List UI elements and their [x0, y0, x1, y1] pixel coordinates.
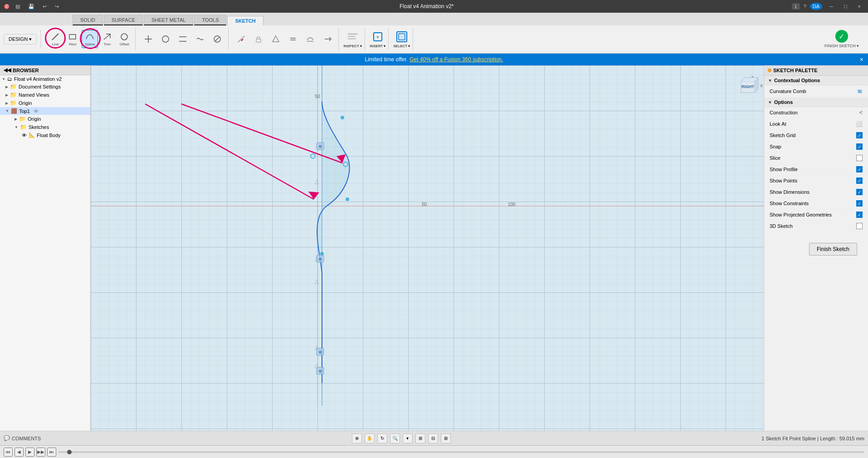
comments-label[interactable]: COMMENTS: [12, 436, 41, 441]
svg-rect-15: [348, 38, 356, 39]
finish-sketch-palette-btn[interactable]: Finish Sketch: [809, 243, 857, 256]
mirror-btn[interactable]: [209, 30, 225, 48]
fillet-btn[interactable]: [175, 30, 191, 48]
browser-item-doc-settings[interactable]: ▶ 📁 Document Settings: [0, 83, 90, 91]
browser-item-root[interactable]: ▼ 🗂 Float v4 Animation v2: [0, 75, 90, 83]
construction-icon[interactable]: <: [859, 109, 863, 116]
fix-btn[interactable]: [319, 30, 336, 48]
finish-sketch-btn[interactable]: ✓ FINISH SKETCH ▾: [819, 28, 864, 50]
right-panel: SKETCH PALETTE ▼ Contextual Options Curv…: [764, 65, 868, 431]
trim-btn[interactable]: [192, 30, 208, 48]
pan-btn[interactable]: ✋: [365, 433, 375, 443]
file-menu[interactable]: ▤: [13, 3, 23, 10]
rectangle-tool-btn[interactable]: Rect: [64, 30, 81, 48]
3d-sketch-checkbox[interactable]: [856, 223, 863, 229]
browser-panel: ◀◀ BROWSER ▼ 🗂 Float v4 Animation v2 ▶ 📁…: [0, 65, 91, 431]
comments-section: 💬 COMMENTS: [4, 435, 41, 441]
timeline-prev-btn[interactable]: ◀: [15, 448, 24, 457]
insert-btn[interactable]: + INSERT ▾: [370, 30, 385, 48]
sketch-grid-checkbox[interactable]: ✓: [856, 132, 863, 138]
palette-dot: [768, 69, 771, 72]
polygon-tool-btn[interactable]: Offset: [116, 30, 132, 48]
promo-bar: Limited time offer. Get 40% off a Fusion…: [0, 54, 868, 65]
triangle-btn[interactable]: [268, 30, 284, 48]
show-points-checkbox[interactable]: ✓: [856, 177, 863, 184]
svg-text:50: 50: [422, 202, 427, 207]
arc-tool-btn[interactable]: Trim: [99, 30, 115, 48]
curvature-comb-icon[interactable]: ≋: [857, 88, 863, 95]
undo-btn[interactable]: ↩: [40, 3, 49, 10]
line-tool-btn[interactable]: Line: [47, 30, 63, 48]
browser-collapse-btn[interactable]: ◀◀: [4, 67, 11, 73]
show-constraints-checkbox[interactable]: ✓: [856, 200, 863, 207]
display-settings-btn[interactable]: ⊞: [415, 433, 425, 443]
options-header[interactable]: ▼ Options: [764, 98, 868, 107]
curvature-comb-label: Curvature Comb: [770, 89, 806, 94]
save-btn[interactable]: 💾: [25, 3, 37, 10]
snap-checkbox[interactable]: ✓: [856, 143, 863, 150]
design-menu-btn[interactable]: DESIGN ▾: [4, 34, 37, 44]
view-cube[interactable]: Z X RIGHT: [732, 70, 759, 97]
zoom-btn[interactable]: 🔍: [390, 433, 400, 443]
finish-sketch-label: FINISH SKETCH ▾: [824, 44, 859, 48]
title-bar-left: 🎯 ▤ 💾 ↩ ↪: [4, 3, 62, 10]
coincident-btn[interactable]: [233, 30, 249, 48]
svg-text:⊕: ⊕: [318, 369, 322, 374]
timeline-end-btn[interactable]: ⏭: [47, 448, 56, 457]
tab-tools[interactable]: TOOLS: [194, 15, 226, 25]
browser-item-sketches[interactable]: ▼ 📁 Sketches: [0, 123, 90, 131]
user-avatar[interactable]: DA: [810, 3, 822, 10]
redo-btn[interactable]: ↪: [52, 3, 62, 10]
maximize-btn[interactable]: □: [840, 4, 851, 9]
tab-surface[interactable]: SURFACE: [104, 15, 143, 25]
select-btn[interactable]: SELECT ▾: [393, 30, 410, 48]
slice-row: Slice: [764, 153, 868, 164]
show-projected-checkbox[interactable]: ✓: [856, 212, 863, 218]
browser-item-origin2[interactable]: ▶ 📁 Origin: [0, 115, 90, 123]
timeline-play-btn[interactable]: ▶: [25, 448, 34, 457]
tab-sketch[interactable]: SKETCH: [227, 16, 263, 25]
help-btn[interactable]: ?: [804, 4, 806, 9]
slice-label: Slice: [770, 155, 780, 161]
view-options-btn[interactable]: ⊞: [441, 433, 451, 443]
timeline-start-btn[interactable]: ⏮: [4, 448, 13, 457]
tab-solid[interactable]: SOLID: [73, 15, 103, 25]
tab-sheet-metal[interactable]: SHEET METAL: [144, 15, 193, 25]
svg-rect-21: [91, 65, 764, 431]
contextual-options-header[interactable]: ▼ Contextual Options: [764, 76, 868, 85]
look-at-icon[interactable]: ⬜: [856, 121, 863, 127]
browser-item-origin[interactable]: ▶ 📁 Origin: [0, 99, 90, 107]
show-profile-checkbox[interactable]: ✓: [856, 166, 863, 172]
contextual-label: Contextual Options: [774, 78, 820, 83]
svg-point-27: [341, 116, 344, 119]
status-bar: 💬 COMMENTS ⊕ ✋ ↻ 🔍 ▾ ⊞ ⊟ ⊞ 1 Sketch Fit …: [0, 431, 868, 445]
close-btn[interactable]: ×: [854, 4, 864, 9]
timeline-track[interactable]: [58, 451, 864, 453]
circle-tool-btn[interactable]: [140, 30, 156, 48]
title-bar-right: 1 ? DA ─ □ ×: [792, 3, 864, 10]
zoom-options-btn[interactable]: ▾: [403, 433, 413, 443]
show-dimensions-checkbox[interactable]: ✓: [856, 189, 863, 195]
snap-row: Snap ✓: [764, 141, 868, 153]
tangent-btn[interactable]: [302, 30, 318, 48]
lock-btn[interactable]: [250, 30, 267, 48]
promo-close-btn[interactable]: ×: [860, 56, 863, 63]
promo-link[interactable]: Get 40% off a Fusion 360 subscription.: [410, 56, 503, 63]
browser-item-top1[interactable]: ▼ 🟫 Top1 👁: [0, 107, 90, 115]
equal-btn[interactable]: [285, 30, 301, 48]
options-arrow: ▼: [768, 100, 772, 105]
fit-point-spline-btn[interactable]: Spline: [82, 30, 98, 48]
home-view-btn[interactable]: ⊕: [352, 433, 362, 443]
timeline-thumb[interactable]: [67, 450, 72, 454]
canvas[interactable]: △ △ △ △ △ 50 50 100 ⊕ ⊕ ⊕ ⊕: [91, 65, 764, 431]
browser-item-float-body[interactable]: 👁 📐 Float Body: [0, 131, 90, 139]
minimize-btn[interactable]: ─: [826, 4, 837, 9]
ellipse-tool-btn[interactable]: [157, 30, 174, 48]
slice-checkbox[interactable]: [856, 155, 863, 161]
timeline-next-btn[interactable]: ▶▶: [36, 448, 45, 457]
show-profile-label: Show Profile: [770, 167, 798, 172]
inspect-btn[interactable]: INSPECT ▾: [343, 30, 362, 48]
grid-display-btn[interactable]: ⊟: [428, 433, 438, 443]
orbit-btn[interactable]: ↻: [377, 433, 387, 443]
browser-item-named-views[interactable]: ▶ 📁 Named Views: [0, 91, 90, 99]
